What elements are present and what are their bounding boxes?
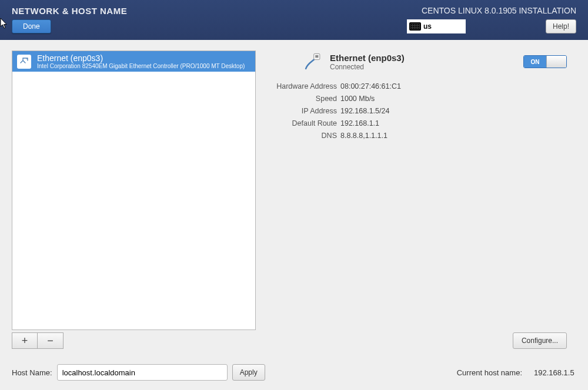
- toggle-on-label: ON: [524, 56, 546, 68]
- dns-value: 8.8.8.8,1.1.1.1: [340, 132, 576, 140]
- keyboard-layout-indicator[interactable]: us: [407, 19, 466, 33]
- network-icon: [17, 55, 31, 69]
- hw-address-label: Hardware Address: [268, 82, 337, 90]
- ip-address-value: 192.168.1.5/24: [340, 107, 576, 115]
- device-list-toolbar: + −: [12, 332, 256, 349]
- page-title: NETWORK & HOST NAME: [12, 6, 127, 16]
- device-list-item[interactable]: Ethernet (enp0s3) Intel Corporation 8254…: [12, 51, 255, 72]
- apply-button[interactable]: Apply: [232, 364, 265, 381]
- product-title: CENTOS LINUX 8.0.1905 INSTALLATION: [422, 6, 576, 15]
- connection-details: Hardware Address 08:00:27:46:61:C1 Speed…: [268, 82, 576, 140]
- speed-value: 1000 Mb/s: [340, 95, 576, 103]
- remove-device-button[interactable]: −: [38, 332, 64, 349]
- speed-label: Speed: [268, 95, 337, 103]
- device-list-item-title: Ethernet (enp0s3): [37, 53, 245, 63]
- current-host-label: Current host name:: [457, 368, 522, 377]
- current-host-value: 192.168.1.5: [534, 368, 576, 377]
- hw-address-value: 08:00:27:46:61:C1: [340, 82, 576, 90]
- configure-button[interactable]: Configure...: [513, 332, 567, 349]
- done-button[interactable]: Done: [12, 19, 51, 33]
- device-panel: Ethernet (enp0s3) Intel Corporation 8254…: [12, 51, 256, 349]
- connection-panel: Ethernet (enp0s3) Connected ON Hardware …: [268, 51, 576, 349]
- connection-status: Connected: [330, 63, 405, 71]
- header: NETWORK & HOST NAME CENTOS LINUX 8.0.190…: [0, 0, 588, 40]
- device-list-item-text: Ethernet (enp0s3) Intel Corporation 8254…: [37, 53, 245, 69]
- help-button[interactable]: Help!: [546, 19, 576, 33]
- host-name-input[interactable]: [57, 364, 228, 381]
- connection-title: Ethernet (enp0s3): [330, 53, 405, 63]
- footer: Host Name: Apply Current host name: 192.…: [0, 355, 588, 390]
- connection-toggle[interactable]: ON: [523, 55, 567, 68]
- keyboard-icon: [409, 22, 421, 31]
- keyboard-layout-text: us: [423, 22, 432, 31]
- toggle-knob: [546, 56, 566, 68]
- device-list[interactable]: Ethernet (enp0s3) Intel Corporation 8254…: [12, 51, 256, 330]
- svg-point-0: [26, 58, 27, 59]
- default-route-value: 192.168.1.1: [340, 119, 576, 127]
- ip-address-label: IP Address: [268, 107, 337, 115]
- svg-rect-2: [315, 55, 318, 58]
- ethernet-icon: [303, 52, 323, 72]
- default-route-label: Default Route: [268, 119, 337, 127]
- dns-label: DNS: [268, 132, 337, 140]
- main-content: Ethernet (enp0s3) Intel Corporation 8254…: [0, 40, 588, 355]
- device-list-item-subtitle: Intel Corporation 82540EM Gigabit Ethern…: [37, 63, 245, 69]
- host-name-label: Host Name:: [12, 368, 52, 377]
- add-device-button[interactable]: +: [12, 332, 38, 349]
